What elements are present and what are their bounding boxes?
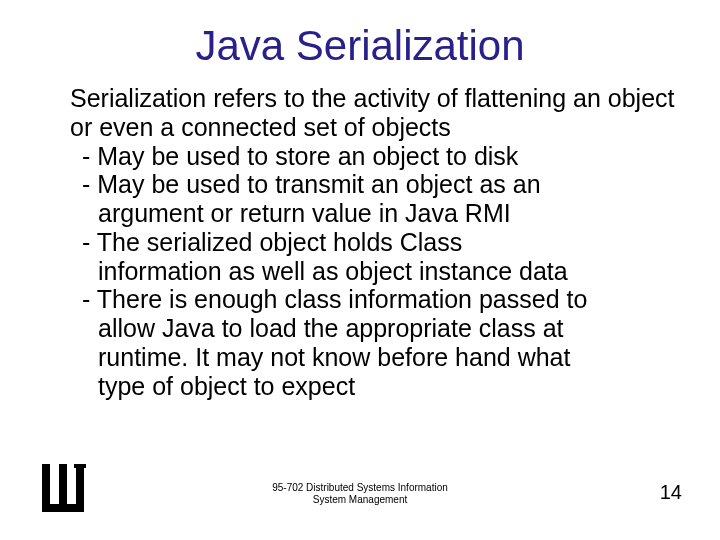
bullet-3-cont: information as well as object instance d… (70, 257, 685, 286)
bullet-2-cont: argument or return value in Java RMI (70, 199, 685, 228)
svg-rect-1 (42, 464, 50, 506)
svg-rect-2 (59, 464, 67, 506)
footer: 95-702 Distributed Systems Information S… (0, 482, 720, 506)
bullet-4-cont1: allow Java to load the appropriate class… (70, 314, 685, 343)
bullet-4-cont3: type of object to expect (70, 372, 685, 401)
footer-line1: 95-702 Distributed Systems Information (0, 482, 720, 494)
svg-rect-4 (74, 464, 86, 468)
cmu-logo-icon (36, 464, 90, 522)
slide: Java Serialization Serialization refers … (0, 0, 720, 540)
bullet-4-cont2: runtime. It may not know before hand wha… (70, 343, 685, 372)
bullet-3: - The serialized object holds Class (70, 228, 685, 257)
svg-rect-3 (76, 464, 84, 506)
slide-body: Serialization refers to the activity of … (0, 70, 720, 400)
bullet-2: - May be used to transmit an object as a… (70, 170, 685, 199)
footer-line2: System Management (0, 494, 720, 506)
intro-text: Serialization refers to the activity of … (70, 84, 685, 142)
page-number: 14 (660, 481, 682, 504)
bullet-1: - May be used to store an object to disk (70, 142, 685, 171)
slide-title: Java Serialization (0, 0, 720, 70)
bullet-4: - There is enough class information pass… (70, 285, 685, 314)
